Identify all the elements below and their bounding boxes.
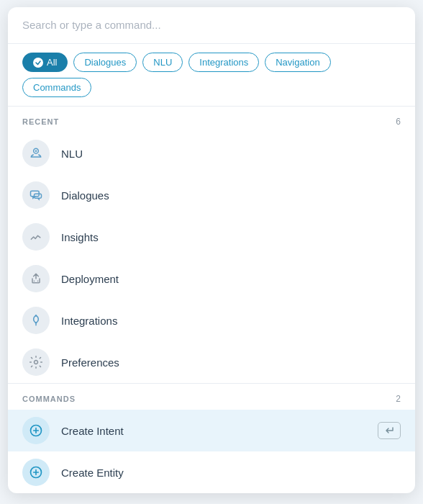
list-item-insights[interactable]: Insights [8,216,415,258]
recent-header: RECENT 6 [8,107,415,132]
dialogues-icon [22,181,50,209]
filter-chip-navigation[interactable]: Navigation [265,53,330,72]
create-intent-icon [22,417,50,444]
recent-title: RECENT [22,117,59,126]
integrations-icon [22,307,50,334]
insights-icon [22,223,50,251]
list-item-preferences[interactable]: Preferences [8,341,415,383]
filter-label-dialogues: Dialogues [84,57,126,68]
dialogues-label: Dialogues [61,189,109,202]
filter-label-integrations: Integrations [199,57,248,68]
svg-point-4 [34,281,35,282]
list-item-dialogues[interactable]: Dialogues [8,174,415,216]
commands-header: COMMANDS 2 [8,384,415,410]
deployment-label: Deployment [61,273,119,285]
search-input[interactable] [22,19,401,31]
filter-bar: All Dialogues NLU Integrations Navigatio… [8,44,415,107]
nlu-icon [22,140,50,167]
create-entity-label: Create Entity [61,467,124,479]
filter-chip-nlu[interactable]: NLU [142,53,183,72]
integrations-label: Integrations [61,315,117,327]
recent-section: RECENT 6 NLU [8,107,415,383]
preferences-label: Preferences [61,356,119,369]
filter-chip-commands[interactable]: Commands [22,78,91,97]
list-item-integrations[interactable]: Integrations [8,300,415,341]
check-icon [33,58,43,68]
recent-count: 6 [396,117,401,127]
create-entity-icon [22,459,50,486]
nlu-label: NLU [61,148,83,160]
filter-label-navigation: Navigation [276,57,319,68]
insights-label: Insights [61,231,99,243]
svg-point-8 [35,361,38,364]
filter-label-all: All [47,57,57,68]
filter-label-nlu: NLU [153,57,172,68]
list-item-nlu[interactable]: NLU [8,132,415,174]
enter-shortcut [378,422,401,439]
commands-count: 2 [396,394,401,404]
deployment-icon [22,265,50,292]
search-bar [8,7,415,44]
commands-section: COMMANDS 2 Create Intent [8,383,415,493]
filter-chip-integrations[interactable]: Integrations [188,53,259,72]
list-item-create-intent[interactable]: Create Intent [8,410,415,451]
filter-chip-dialogues[interactable]: Dialogues [73,53,137,72]
command-palette: All Dialogues NLU Integrations Navigatio… [8,7,415,493]
filter-chip-all[interactable]: All [22,53,68,72]
filter-label-commands: Commands [33,82,81,93]
list-item-deployment[interactable]: Deployment [8,258,415,300]
create-intent-label: Create Intent [61,425,124,437]
list-item-create-entity[interactable]: Create Entity [8,451,415,493]
svg-point-5 [37,281,39,282]
commands-title: COMMANDS [22,395,76,403]
preferences-icon [22,348,50,376]
svg-point-1 [35,150,37,152]
svg-point-6 [35,315,37,317]
